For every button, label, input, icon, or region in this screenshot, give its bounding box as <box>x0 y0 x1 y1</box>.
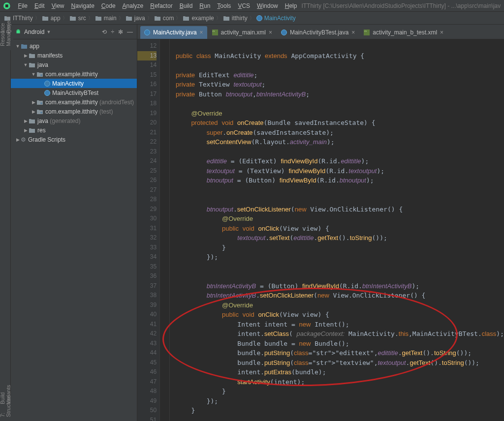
editor-tab-MainActivity.java[interactable]: MainActivity.java× <box>140 26 207 39</box>
svg-point-6 <box>40 112 42 114</box>
dropdown-icon[interactable]: ▼ <box>46 30 51 34</box>
menu-refactor[interactable]: Refactor <box>147 1 176 10</box>
tree-node-MainActivityBTest[interactable]: MainActivityBTest <box>11 88 137 97</box>
android-studio-icon <box>3 2 11 10</box>
code-area[interactable]: 1213141516171819202122232425262728293031… <box>137 39 504 421</box>
resource-manager-tab[interactable]: Resource Manager <box>0 37 13 50</box>
tree-node-java[interactable]: ▶java (generated) <box>11 116 137 125</box>
xml-icon <box>364 30 370 35</box>
breadcrumb-main[interactable]: main <box>95 15 117 22</box>
tree-mode-label[interactable]: Android <box>24 29 44 35</box>
close-icon[interactable]: × <box>351 29 355 36</box>
sync-icon[interactable]: ⟲ <box>102 29 107 35</box>
class-icon <box>144 30 150 35</box>
svg-rect-1 <box>5 4 8 7</box>
svg-point-4 <box>40 74 42 76</box>
editor: MainActivity.java×activity_main.xml×Main… <box>137 25 504 421</box>
menu-analyze[interactable]: Analyze <box>119 1 147 10</box>
editor-tab-activity_main_b_test.xml[interactable]: activity_main_b_test.xml× <box>360 26 447 39</box>
breadcrumb-com[interactable]: com <box>154 15 174 22</box>
menu-run[interactable]: Run <box>196 1 214 10</box>
tree-node-com-example-itthirty[interactable]: ▼com.example.itthirty <box>11 69 137 79</box>
tree-node-MainActivity[interactable]: MainActivity <box>11 79 137 88</box>
close-icon[interactable]: × <box>200 29 203 36</box>
tree-node-com-example-itthirty[interactable]: ▶com.example.itthirty (androidTest) <box>11 97 137 107</box>
tree-node-app[interactable]: ▼app <box>11 41 137 51</box>
breadcrumb-java[interactable]: java <box>126 15 145 22</box>
breadcrumb-itthirty[interactable]: itthirty <box>223 15 248 22</box>
breadcrumb-MainActivity[interactable]: MainActivity <box>256 15 296 22</box>
left-toolbar: 1: Project Resource Manager Build Varian… <box>0 25 11 421</box>
window-title: ITThirty [C:\Users\Allen\AndroidStudioPr… <box>301 2 501 9</box>
menu-bar: FileEditViewNavigateCodeAnalyzeRefactorB… <box>0 0 504 12</box>
tree-header: Android ▼ ⟲ ÷ ✻ — <box>11 25 137 39</box>
breadcrumb-app[interactable]: app <box>42 15 61 22</box>
folder-icon <box>223 15 230 21</box>
menu-edit[interactable]: Edit <box>31 1 48 10</box>
gear-icon[interactable]: ✻ <box>118 29 123 35</box>
tree-node-Gradle Scripts[interactable]: ▶⚙Gradle Scripts <box>11 135 137 144</box>
folder-icon <box>154 15 161 21</box>
editor-tabs: MainActivity.java×activity_main.xml×Main… <box>137 25 504 39</box>
folder-icon <box>42 15 49 21</box>
breadcrumb: ITThirty〉app〉src〉main〉java〉com〉example〉i… <box>0 12 504 25</box>
tree-node-res[interactable]: ▶res <box>11 125 137 135</box>
code[interactable]: public class MainActivity extends AppCom… <box>170 39 504 421</box>
tree-body[interactable]: ▼app▶manifests▼java▼com.example.itthirty… <box>11 39 137 146</box>
menu-navigate[interactable]: Navigate <box>67 1 97 10</box>
xml-icon <box>212 30 218 35</box>
menu-build[interactable]: Build <box>176 1 196 10</box>
folder-icon <box>95 15 102 21</box>
close-icon[interactable]: × <box>269 29 272 36</box>
collapse-icon[interactable]: — <box>127 29 133 35</box>
tree-node-manifests[interactable]: ▶manifests <box>11 51 137 60</box>
folder-icon <box>183 15 189 21</box>
folder-icon <box>126 15 132 21</box>
class-icon <box>281 30 287 35</box>
svg-point-3 <box>19 30 19 30</box>
gutter: 1213141516171819202122232425262728293031… <box>137 39 160 421</box>
close-icon[interactable]: × <box>440 29 443 36</box>
fold-gutter <box>160 39 170 421</box>
tree-node-com-example-itthirty[interactable]: ▶com.example.itthirty (test) <box>11 107 137 116</box>
class-icon <box>256 15 262 21</box>
editor-tab-activity_main.xml[interactable]: activity_main.xml× <box>208 26 276 39</box>
breadcrumb-example[interactable]: example <box>183 15 214 22</box>
menu-code[interactable]: Code <box>98 1 119 10</box>
project-tree: Android ▼ ⟲ ÷ ✻ — ▼app▶manifests▼java▼co… <box>11 25 137 421</box>
structure-tab[interactable]: 7: Structure <box>0 408 13 421</box>
folder-icon <box>69 15 76 21</box>
menu-tools[interactable]: Tools <box>214 1 234 10</box>
menu-window[interactable]: Window <box>253 1 282 10</box>
select-opened-icon[interactable]: ÷ <box>111 29 114 35</box>
android-icon <box>15 29 22 35</box>
menu-view[interactable]: View <box>48 1 68 10</box>
menu-vcs[interactable]: VCS <box>234 1 253 10</box>
svg-point-5 <box>40 102 42 104</box>
svg-point-2 <box>17 30 18 30</box>
menu-file[interactable]: File <box>15 1 31 10</box>
tree-node-java[interactable]: ▼java <box>11 60 137 69</box>
menu-help[interactable]: Help <box>282 1 301 10</box>
editor-tab-MainActivityBTest.java[interactable]: MainActivityBTest.java× <box>277 26 359 39</box>
breadcrumb-src[interactable]: src <box>69 15 86 22</box>
